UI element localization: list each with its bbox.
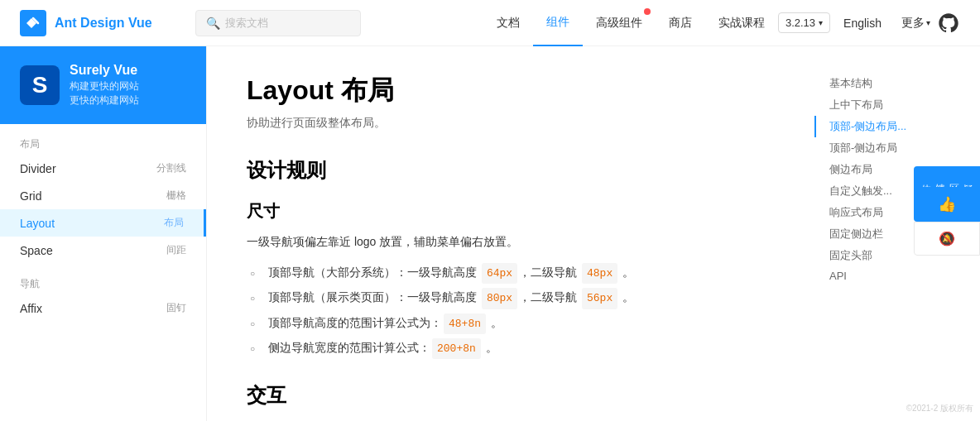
search-icon: 🔍 (206, 17, 220, 30)
nav-item-components[interactable]: 组件 (533, 0, 583, 46)
section-size: 尺寸 (247, 200, 758, 222)
bullet-list: 顶部导航（大部分系统）：一级导航高度 64px，二级导航 48px 。 顶部导航… (247, 262, 758, 360)
brand-desc1: 构建更快的网站 (70, 79, 186, 93)
sidebar-item-grid[interactable]: Grid 栅格 (0, 182, 206, 209)
chevron-down-icon-more: ▾ (926, 18, 930, 27)
list-item: 侧边导航宽度的范围计算公式：200+8n 。 (247, 337, 758, 359)
nav-links: 文档 组件 高级组件 商店 实战课程 3.2.13 ▾ English 更多 ▾ (483, 0, 960, 46)
anchor-basic[interactable]: 基本结构 (814, 73, 980, 94)
float-button-group: 疑区馈体 👍 🔕 (914, 166, 980, 256)
nav-item-course[interactable]: 实战课程 (705, 0, 778, 46)
main-content: Layout 布局 协助进行页面级整体布局。 设计规则 尺寸 一级导航项偏左靠近… (207, 46, 798, 421)
sidebar-item-layout[interactable]: Layout 布局 (0, 209, 206, 237)
section-design-rules: 设计规则 (247, 157, 758, 184)
feedback-button[interactable]: 疑区馈体 (914, 166, 980, 187)
like-icon: 👍 (938, 196, 956, 213)
top-navigation: Ant Design Vue 🔍 搜索文档 文档 组件 高级组件 商店 实战课程… (0, 0, 980, 46)
anchor-top-side-ellipsis[interactable]: 顶部-侧边布局... (814, 116, 980, 137)
logo-icon (20, 10, 46, 36)
brand-avatar: S (20, 65, 60, 105)
sidebar: S Surely Vue 构建更快的网站 更快的构建网站 布局 Divider … (0, 46, 207, 421)
logo-area: Ant Design Vue (20, 10, 169, 36)
sidebar-item-divider[interactable]: Divider 分割线 (0, 155, 206, 182)
page-body: S Surely Vue 构建更快的网站 更快的构建网站 布局 Divider … (0, 46, 980, 421)
like-button[interactable]: 👍 (914, 187, 980, 222)
page-title: Layout 布局 (247, 73, 758, 109)
list-item: 顶部导航（大部分系统）：一级导航高度 64px，二级导航 48px 。 (247, 262, 758, 284)
search-box[interactable]: 🔍 搜索文档 (195, 10, 361, 36)
sidebar-item-space[interactable]: Space 间距 (0, 237, 206, 264)
brand-desc2: 更快的构建网站 (70, 93, 186, 108)
sidebar-item-affix[interactable]: Affix 固钉 (0, 294, 206, 322)
more-button[interactable]: 更多 ▾ (895, 12, 937, 34)
version-label: 3.2.13 (785, 17, 815, 29)
anchor-top-bottom[interactable]: 上中下布局 (814, 94, 980, 116)
nav-item-store[interactable]: 商店 (656, 0, 705, 46)
sidebar-section-layout: 布局 (0, 124, 206, 155)
sidebar-brand: S Surely Vue 构建更快的网站 更快的构建网站 (0, 46, 206, 124)
nav-item-advanced[interactable]: 高级组件 (583, 0, 656, 46)
nav-item-docs[interactable]: 文档 (483, 0, 533, 46)
list-item: 顶部导航高度的范围计算公式为：48+8n 。 (247, 313, 758, 334)
section-interaction: 交互 (247, 382, 758, 409)
tool-button[interactable]: 🔕 (914, 222, 980, 256)
chevron-down-icon: ▾ (819, 18, 823, 27)
feedback-label: 疑区馈体 (920, 176, 974, 177)
github-icon[interactable] (937, 12, 960, 35)
tool-icon: 🔕 (939, 232, 955, 246)
sidebar-section-nav: 导航 (0, 264, 206, 294)
footer-note: ©2021-2 版权所有 (906, 403, 973, 414)
logo-text: Ant Design Vue (55, 16, 152, 31)
page-subtitle: 协助进行页面级整体布局。 (247, 116, 758, 131)
anchor-api[interactable]: API (814, 266, 980, 285)
nav-item-language[interactable]: English (830, 0, 895, 46)
brand-name: Surely Vue (70, 63, 186, 78)
anchor-top-side[interactable]: 顶部-侧边布局 (814, 137, 980, 159)
nav-badge (644, 8, 651, 15)
list-item: 顶部导航（展示类页面）：一级导航高度 80px，二级导航 56px 。 (247, 287, 758, 309)
search-placeholder: 搜索文档 (225, 16, 268, 31)
section-size-text: 一级导航项偏左靠近 logo 放置，辅助菜单偏右放置。 (247, 232, 758, 252)
version-selector[interactable]: 3.2.13 ▾ (778, 12, 830, 33)
brand-info: Surely Vue 构建更快的网站 更快的构建网站 (70, 63, 186, 108)
